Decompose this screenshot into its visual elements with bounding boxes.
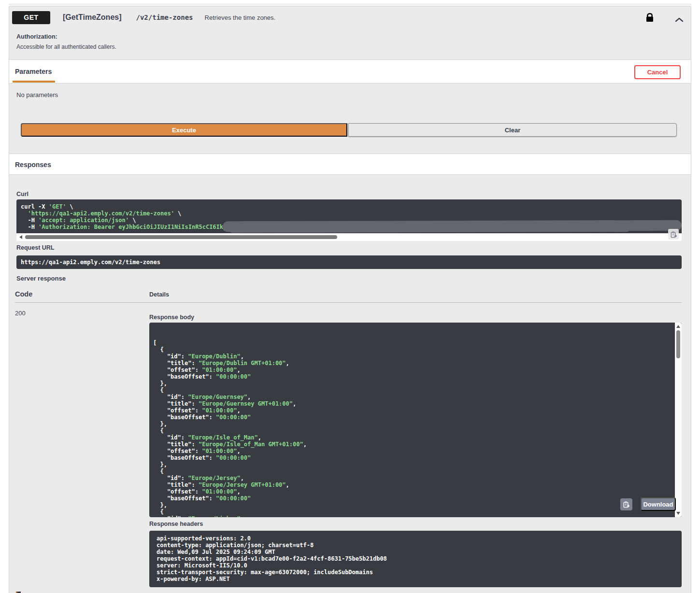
server-response-label: Server response [16,275,66,282]
operation-summary[interactable]: GET [GetTimeZones] /v2/time-zones Retrie… [9,6,691,28]
code-line: "offset": "01:00:00", [153,448,673,454]
scrollbar-thumb[interactable] [25,235,337,239]
scrollbar-thumb[interactable] [676,330,680,358]
scroll-up-arrow-icon[interactable] [676,325,680,328]
auth-lock-icon[interactable] [646,13,654,24]
parameters-header-band: Parameters Cancel [9,59,691,84]
request-url-value: https://qa1-api2.emply.com/v2/time-zones [16,255,682,269]
redacted-token-blob [223,220,682,232]
download-button[interactable]: Download [641,497,676,511]
previous-block-divider [9,4,691,4]
code-line: { [153,468,673,475]
response-body-box: [ { "id": "Europe/Dublin", "title": "Eur… [149,323,682,517]
code-line: 'https://qa1-api2.emply.com/v2/time-zone… [21,210,682,217]
code-line: "baseOffset": "00:00:00" [153,373,673,380]
scroll-down-arrow-icon[interactable] [676,512,680,515]
code-line: "offset": "01:00:00", [153,407,673,414]
code-line: "baseOffset": "00:00:00" [153,454,673,461]
responses-title: Responses [15,161,51,169]
tab-parameters[interactable]: Parameters [15,68,52,75]
code-line: "baseOffset": "00:00:00" [153,495,673,502]
code-line: "title": "Europe/Guernsey GMT+01:00", [153,400,673,407]
code-line: request-context: appId=cid-v1:bcad7e00-f… [157,555,682,562]
request-url-label: Request URL [16,244,54,251]
curl-label: Curl [16,191,29,198]
code-column-header: Code [15,290,32,298]
code-line: "offset": "01:00:00", [153,367,673,373]
authorization-text: Accessible for all authenticated callers… [16,43,116,50]
authorization-label: Authorization: [16,33,116,40]
code-line: content-type: application/json; charset=… [157,542,682,549]
code-line: }, [153,421,673,427]
tab-active-underline [13,81,55,83]
copy-response-button[interactable] [620,498,632,510]
collapse-chevron-icon[interactable] [675,15,684,24]
code-line: [ [153,339,673,346]
http-method-badge: GET [12,11,50,24]
code-line: "baseOffset": "00:00:00" [153,414,673,421]
response-body-code: [ { "id": "Europe/Dublin", "title": "Eur… [153,339,673,517]
swagger-operation-page: { "colors": { "accent_orange": "#dd8a44"… [0,0,700,593]
operation-description: Retrieves the time zones. [205,14,276,21]
code-line: { [153,346,673,353]
clear-button[interactable]: Clear [348,123,677,137]
execute-row: Execute Clear [21,123,677,137]
responses-header-band: Responses [9,154,691,175]
cancel-button[interactable]: Cancel [634,65,681,79]
code-line: { [153,508,673,515]
code-line: "title": "Europe/Isle_of_Man GMT+01:00", [153,441,673,448]
code-line: curl -X 'GET' \ [21,203,682,210]
table-divider [15,302,682,303]
code-line: "id": "Europe/Jersey", [153,475,673,481]
code-line: "title": "Europe/Dublin GMT+01:00", [153,360,673,367]
code-line: "id": "Europe/Dublin", [153,353,673,360]
code-line: "title": "Europe/Jersey GMT+01:00", [153,481,673,488]
response-headers-code: api-supported-versions: 2.0content-type:… [149,531,682,587]
code-line: { [153,427,673,434]
scroll-left-arrow-icon[interactable] [19,235,22,239]
operation-block: GET [GetTimeZones] /v2/time-zones Retrie… [9,6,691,593]
code-line: server: Microsoft-IIS/10.0 [157,562,682,569]
code-line: }, [153,380,673,387]
response-body-label: Response body [149,314,194,321]
operation-id: [GetTimeZones] [63,13,122,22]
copy-curl-button[interactable] [668,229,679,240]
response-body-scrollbar[interactable] [675,323,682,517]
code-line: { [153,387,673,394]
status-code: 200 [15,310,26,317]
no-parameters-text: No parameters [16,91,58,99]
code-line: "offset": "01:00:00", [153,488,673,495]
code-line: }, [153,502,673,508]
code-line: "id": "Europe/Guernsey", [153,394,673,400]
code-line: }, [153,461,673,468]
authorization-section: Authorization: Accessible for all authen… [16,33,116,50]
execute-button[interactable]: Execute [21,123,347,137]
code-line: "id": "Europe/Isle_of_Man", [153,434,673,441]
response-headers-label: Response headers [149,521,203,527]
code-line: api-supported-versions: 2.0 [157,535,682,542]
details-column-header: Details [149,291,169,298]
code-line: strict-transport-security: max-age=63072… [157,569,682,576]
curl-horizontal-scrollbar[interactable] [16,233,682,241]
code-line: x-powered-by: ASP.NET [157,576,682,582]
code-line: date: Wed,09 Jul 2025 09:24:09 GMT [157,549,682,555]
code-line: "id": "Europe/Lisbon", [153,515,673,517]
operation-path: /v2/time-zones [136,14,193,21]
